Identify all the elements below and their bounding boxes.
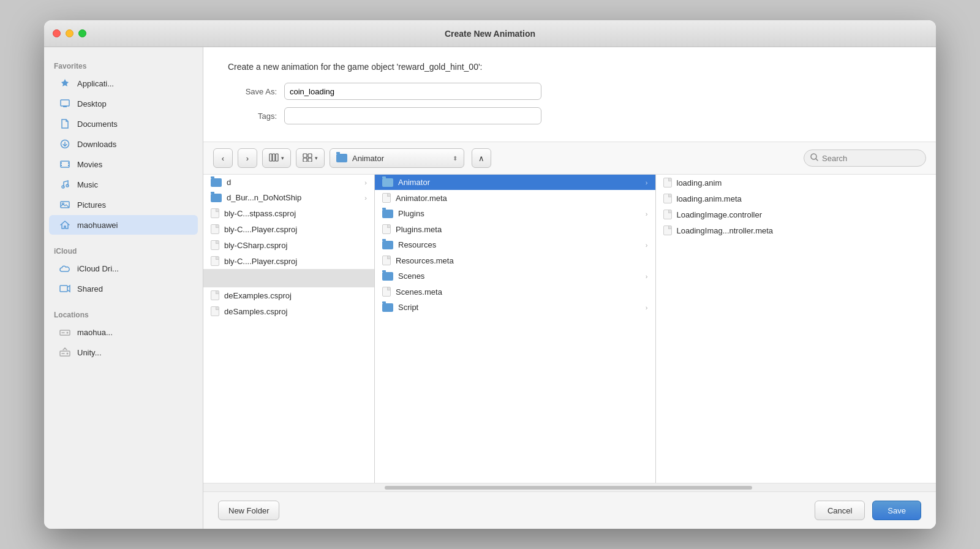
save-button[interactable]: Save	[872, 501, 921, 520]
sidebar-item-maohuawei-label: maohuawei	[77, 221, 118, 230]
list-item[interactable]: loading.anim.meta	[656, 191, 937, 206]
doc-icon	[59, 118, 71, 130]
list-item[interactable]: Script ›	[375, 300, 655, 315]
file-icon	[211, 290, 219, 300]
location-dropdown[interactable]: Animator ⬍	[330, 148, 464, 168]
horizontal-scrollbar[interactable]	[203, 483, 936, 491]
list-item[interactable]: Resources ›	[375, 237, 655, 252]
list-item[interactable]: Resources.meta	[375, 252, 655, 268]
file-item-name: d_Bur...n_DoNotShip	[227, 193, 301, 202]
file-icon	[663, 225, 672, 235]
file-icon	[211, 306, 219, 316]
location-folder-icon	[336, 154, 347, 162]
sidebar-item-shared-label: Shared	[77, 284, 103, 293]
sidebar-item-maohua[interactable]: maohua...	[49, 322, 198, 342]
sidebar-item-music[interactable]: Music	[49, 175, 198, 194]
file-icon	[211, 208, 219, 218]
sidebar-item-icloud-drive[interactable]: iCloud Dri...	[49, 259, 198, 278]
sidebar-item-applications[interactable]: Applicati...	[49, 74, 198, 93]
file-item-name: loading.anim.meta	[677, 194, 742, 203]
scroll-thumb	[385, 486, 752, 490]
sidebar-item-movies-label: Movies	[77, 160, 102, 169]
tags-row: Tags:	[228, 107, 911, 124]
forward-button[interactable]: ›	[238, 148, 257, 168]
file-item-name: bly-C....Player.csproj	[224, 257, 297, 266]
maximize-button[interactable]	[78, 29, 86, 37]
list-item[interactable]: bly-C....Player.csproj	[203, 221, 374, 237]
sidebar-item-shared[interactable]: Shared	[49, 279, 198, 298]
list-item[interactable]: bly-CSharp.csproj	[203, 237, 374, 253]
action-buttons: Cancel Save CSDN @ms_勇往直前	[815, 501, 921, 520]
folder-icon	[382, 178, 393, 187]
watermark: CSDN @ms_勇往直前	[854, 528, 921, 529]
sidebar-item-movies[interactable]: Movies	[49, 154, 198, 174]
file-icon	[382, 256, 391, 265]
file-item-name: Animator.meta	[396, 194, 447, 203]
list-item[interactable]: LoadingImage.controller	[656, 206, 937, 222]
collapse-button[interactable]: ∧	[472, 148, 491, 168]
tags-input[interactable]	[284, 107, 541, 124]
chevron-right-icon: ›	[646, 273, 648, 280]
chevron-right-icon: ›	[364, 179, 367, 186]
list-item[interactable]: deSamples.csproj	[203, 303, 374, 319]
icloud-label: iCloud	[44, 242, 203, 258]
search-box[interactable]	[804, 150, 926, 167]
list-item[interactable]: Plugins ›	[375, 206, 655, 221]
file-icon	[663, 178, 672, 187]
view-icon-button[interactable]: ▾	[296, 148, 325, 168]
film-icon	[59, 158, 71, 170]
svg-rect-4	[61, 162, 62, 164]
list-item[interactable]: LoadingImag...ntroller.meta	[656, 222, 937, 238]
list-item[interactable]: Scenes.meta	[375, 284, 655, 300]
file-item-name: loading.anim	[677, 178, 722, 187]
list-item[interactable]: d_Bur...n_DoNotShip ›	[203, 190, 374, 205]
cancel-button[interactable]: Cancel	[815, 501, 865, 520]
sidebar-item-maohuawei[interactable]: maohuawei	[49, 215, 198, 235]
search-icon	[810, 153, 818, 164]
dialog-body: Favorites Applicati... Desktop	[44, 47, 936, 529]
file-icon	[211, 224, 219, 234]
shared-icon	[59, 282, 71, 295]
svg-point-14	[67, 332, 69, 334]
svg-point-8	[62, 186, 64, 188]
list-item[interactable]: deExamples.csproj	[203, 287, 374, 303]
file-icon	[211, 240, 219, 250]
svg-rect-18	[273, 154, 275, 161]
svg-rect-22	[303, 158, 307, 162]
minimize-button[interactable]	[66, 29, 74, 37]
list-item[interactable]: Animator ›	[375, 175, 655, 190]
close-button[interactable]	[53, 29, 61, 37]
file-icon	[382, 287, 391, 297]
sidebar-item-unity[interactable]: Unity...	[49, 343, 198, 362]
list-item[interactable]: Scenes ›	[375, 268, 655, 284]
sidebar-item-desktop[interactable]: Desktop	[49, 94, 198, 113]
svg-point-9	[66, 184, 69, 187]
file-item-name: LoadingImag...ntroller.meta	[677, 226, 774, 235]
list-item[interactable]: loading.anim	[656, 175, 937, 191]
file-item-name: deExamples.csproj	[224, 291, 292, 300]
view-column-button[interactable]: ▾	[262, 148, 291, 168]
list-item[interactable]: d ›	[203, 175, 374, 190]
sidebar-item-documents[interactable]: Documents	[49, 114, 198, 134]
drive-icon	[59, 326, 71, 338]
list-item[interactable]: bly-C....Player.csproj	[203, 253, 374, 269]
list-item[interactable]: Animator.meta	[375, 190, 655, 206]
list-item[interactable]	[203, 269, 374, 287]
save-as-input[interactable]	[284, 83, 541, 100]
sidebar-item-pictures[interactable]: Pictures	[49, 195, 198, 214]
back-button[interactable]: ‹	[213, 148, 233, 168]
file-item-name: bly-CSharp.csproj	[224, 241, 287, 250]
list-item[interactable]: Plugins.meta	[375, 221, 655, 237]
folder-icon	[382, 241, 393, 249]
sidebar-item-downloads[interactable]: Downloads	[49, 134, 198, 154]
sidebar-item-music-label: Music	[77, 180, 98, 189]
svg-rect-20	[303, 154, 307, 157]
file-column-1: d › d_Bur...n_DoNotShip › bly-C...stpass…	[203, 175, 375, 483]
file-column-2: Animator › Animator.meta Plugins ›	[375, 175, 656, 483]
search-input[interactable]	[822, 154, 914, 163]
grid-chevron-icon: ▾	[315, 155, 318, 161]
file-browser: d › d_Bur...n_DoNotShip › bly-C...stpass…	[203, 175, 936, 483]
locations-label: Locations	[44, 306, 203, 322]
list-item[interactable]: bly-C...stpass.csproj	[203, 205, 374, 221]
new-folder-button[interactable]: New Folder	[218, 501, 279, 520]
